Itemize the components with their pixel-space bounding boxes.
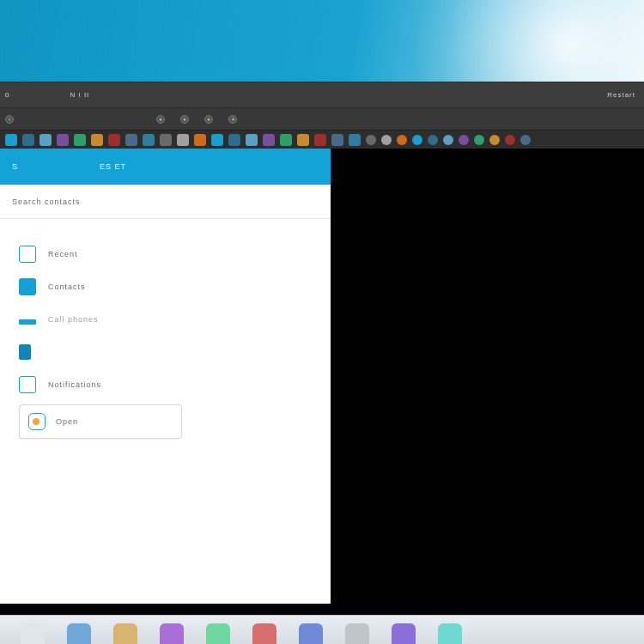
toolbar-row: • ● ● ● ✶ bbox=[0, 107, 644, 130]
dock-icon[interactable] bbox=[349, 134, 361, 146]
dock-icon[interactable] bbox=[160, 134, 172, 146]
popup-header-left[interactable]: S bbox=[12, 162, 18, 171]
list-item-label: Recent bbox=[48, 250, 78, 258]
taskbar-app-icon[interactable] bbox=[113, 623, 137, 644]
toolbar-button-1[interactable]: • bbox=[5, 115, 14, 124]
dock-icon[interactable] bbox=[280, 134, 292, 146]
dock-icon[interactable] bbox=[263, 134, 275, 146]
list-item-label: Notifications bbox=[48, 380, 101, 389]
title-right-label[interactable]: Restart bbox=[607, 91, 639, 99]
dock-icon[interactable] bbox=[474, 135, 484, 145]
list-item-extra[interactable] bbox=[19, 337, 315, 367]
title-tab-label[interactable]: N I II bbox=[70, 91, 89, 99]
list-item-recent[interactable]: Recent bbox=[19, 240, 315, 269]
dock-icon[interactable] bbox=[228, 134, 240, 146]
list-item-notifications[interactable]: Notifications bbox=[19, 370, 315, 399]
list-item-label: Call phones bbox=[48, 315, 99, 324]
taskbar-app-icon[interactable] bbox=[252, 623, 276, 644]
taskbar-app-icon[interactable] bbox=[345, 623, 369, 644]
app-content-area: S ES ET Search contacts Recent Contacts … bbox=[0, 149, 644, 644]
taskbar-app-icon[interactable] bbox=[160, 623, 184, 644]
title-row: 0 N I II Restart bbox=[0, 82, 644, 107]
taskbar-app-icon[interactable] bbox=[21, 623, 45, 644]
popup-search-placeholder: Search contacts bbox=[12, 197, 81, 206]
toolbar-button-4[interactable]: ● bbox=[204, 115, 213, 124]
dock-icon[interactable] bbox=[246, 134, 258, 146]
dock-row bbox=[0, 130, 644, 149]
dock-icon[interactable] bbox=[297, 134, 309, 146]
dock-icon[interactable] bbox=[381, 135, 392, 145]
title-left-marker: 0 bbox=[5, 91, 9, 99]
os-taskbar[interactable] bbox=[0, 615, 644, 644]
popup-panel: S ES ET Search contacts Recent Contacts … bbox=[0, 149, 331, 604]
dock-icon[interactable] bbox=[366, 135, 376, 145]
taskbar-app-icon[interactable] bbox=[299, 623, 323, 644]
desktop-screen: 0 N I II Restart • ● ● ● ✶ S ES ET Searc… bbox=[0, 0, 644, 644]
dash-icon bbox=[19, 319, 36, 325]
chat-open-label: Open bbox=[56, 417, 78, 426]
dock-icon[interactable] bbox=[22, 134, 34, 146]
dock-icon[interactable] bbox=[39, 134, 52, 146]
popup-header: S ES ET bbox=[0, 149, 331, 185]
file-icon bbox=[19, 344, 31, 360]
toolbar-button-2[interactable]: ● bbox=[156, 115, 165, 124]
toolbar-button-3[interactable]: ● bbox=[180, 115, 189, 124]
popup-body: Recent Contacts Call phones Notificatio bbox=[0, 219, 331, 604]
dock-icon[interactable] bbox=[443, 135, 453, 145]
contacts-icon bbox=[19, 278, 36, 295]
dock-icon[interactable] bbox=[459, 135, 469, 145]
application-title-bar: 0 N I II Restart • ● ● ● ✶ bbox=[0, 82, 644, 149]
dock-icon[interactable] bbox=[125, 134, 137, 146]
dock-icon[interactable] bbox=[428, 135, 438, 145]
notifications-icon bbox=[19, 376, 36, 393]
dock-icon[interactable] bbox=[412, 135, 422, 145]
chat-bubble-icon bbox=[28, 413, 46, 430]
dock-icon[interactable] bbox=[489, 135, 500, 145]
dock-icon[interactable] bbox=[211, 134, 223, 146]
recent-icon bbox=[19, 246, 36, 263]
dock-icon[interactable] bbox=[91, 134, 103, 146]
chat-open-box[interactable]: Open bbox=[19, 404, 182, 439]
dock-icon[interactable] bbox=[108, 134, 120, 146]
taskbar-app-icon[interactable] bbox=[67, 623, 91, 644]
dock-icon[interactable] bbox=[143, 134, 155, 146]
desktop-wallpaper bbox=[0, 0, 644, 82]
dock-icon[interactable] bbox=[194, 134, 206, 146]
list-item-call-phones[interactable]: Call phones bbox=[19, 305, 315, 334]
dock-icon[interactable] bbox=[505, 135, 515, 145]
dock-icon[interactable] bbox=[397, 135, 407, 145]
dock-icon[interactable] bbox=[177, 134, 189, 146]
popup-header-title: ES ET bbox=[100, 162, 126, 171]
dock-icon[interactable] bbox=[314, 134, 326, 146]
dock-icon[interactable] bbox=[331, 134, 343, 146]
dock-icon[interactable] bbox=[74, 134, 86, 146]
taskbar-app-icon[interactable] bbox=[206, 623, 230, 644]
list-item-label: Contacts bbox=[48, 283, 86, 291]
dock-icon[interactable] bbox=[57, 134, 69, 146]
list-item-contacts[interactable]: Contacts bbox=[19, 272, 315, 301]
taskbar-app-icon[interactable] bbox=[438, 623, 462, 644]
popup-search-bar[interactable]: Search contacts bbox=[0, 185, 331, 219]
toolbar-button-5[interactable]: ✶ bbox=[228, 115, 237, 124]
dock-icon[interactable] bbox=[5, 134, 17, 146]
dock-icon[interactable] bbox=[520, 135, 531, 145]
taskbar-app-icon[interactable] bbox=[392, 623, 416, 644]
